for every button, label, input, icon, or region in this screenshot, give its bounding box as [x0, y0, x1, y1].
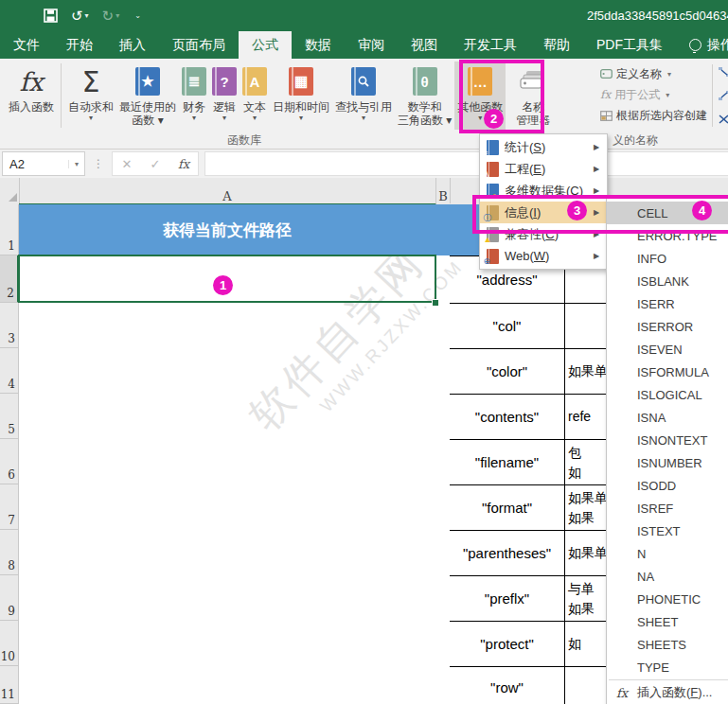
function-item-ISERROR[interactable]: ISERROR: [607, 315, 728, 338]
formula-input[interactable]: [204, 151, 728, 176]
tab-帮助[interactable]: 帮助: [530, 31, 583, 59]
menu-item-statistical[interactable]: ≈统计(S)▶: [480, 136, 607, 158]
row-header-4[interactable]: 4: [0, 348, 19, 394]
tag-icon: [600, 69, 613, 79]
row-header-9[interactable]: 9: [0, 575, 19, 621]
column-header-a[interactable]: A: [19, 178, 436, 205]
description-cell[interactable]: refe: [565, 395, 611, 439]
remove-arrows-icon[interactable]: [718, 114, 728, 126]
tab-数据[interactable]: 数据: [292, 31, 345, 59]
text-button[interactable]: A文本▾: [240, 62, 270, 130]
function-item-ISFORMULA[interactable]: ISFORMULA: [607, 361, 728, 383]
cancel-icon: ✕: [113, 157, 141, 171]
row-header-2[interactable]: 2: [0, 255, 19, 303]
info-type-cell[interactable]: "filename": [450, 440, 565, 484]
row-header-11[interactable]: 11: [0, 666, 19, 704]
tab-公式[interactable]: 公式: [239, 31, 292, 59]
function-item-NA[interactable]: NA: [607, 565, 728, 588]
description-cell[interactable]: 与单如果: [565, 576, 611, 621]
function-item-TYPE[interactable]: TYPE: [607, 656, 728, 678]
tab-label: 公式: [252, 37, 278, 54]
tab-文件[interactable]: 文件: [0, 31, 53, 59]
tab-视图[interactable]: 视图: [398, 31, 451, 59]
row-header-5[interactable]: 5: [0, 394, 19, 439]
description-cell[interactable]: 如果单如果: [565, 485, 611, 530]
create-from-selection-button[interactable]: 根据所选内容创建: [600, 105, 712, 126]
financial-button[interactable]: ≣财务▾: [179, 62, 209, 130]
row-header-7[interactable]: 7: [0, 484, 19, 530]
button-label: 日期和时间: [273, 100, 329, 114]
step-badge-3: 3: [567, 201, 587, 220]
function-item-PHONETIC[interactable]: PHONETIC: [607, 588, 728, 610]
recently-used-button[interactable]: ★最近使用的函数 ▾: [116, 62, 179, 130]
formula-bar: A2 ▾ ⋮ ✕ ✓ fx: [0, 150, 728, 179]
math-trig-button[interactable]: θ数学和三角函数 ▾: [395, 62, 454, 130]
menu-item-engineering[interactable]: Λ工程(E)▶: [480, 158, 607, 180]
function-item-ISNUMBER[interactable]: ISNUMBER: [607, 451, 728, 474]
menu-item-label: 工程(E): [505, 161, 594, 178]
info-type-cell[interactable]: "format": [450, 485, 565, 530]
function-item-ISERR[interactable]: ISERR: [607, 292, 728, 315]
name-box[interactable]: A2 ▾: [2, 151, 85, 176]
lookup-reference-button[interactable]: 查找与引用▾: [332, 62, 395, 130]
insert-function-menu-item[interactable]: fx插入函数(F)...: [607, 681, 728, 704]
description-cell[interactable]: [565, 304, 611, 348]
tab-审阅[interactable]: 审阅: [345, 31, 398, 59]
info-type-cell[interactable]: "color": [450, 349, 565, 394]
fill-handle[interactable]: [432, 299, 439, 307]
function-item-ISODD[interactable]: ISODD: [607, 474, 728, 497]
function-item-INFO[interactable]: INFO: [607, 247, 728, 270]
description-cell[interactable]: 如果单: [565, 531, 611, 575]
tab-PDF工具集[interactable]: PDF工具集: [583, 31, 676, 59]
trace-precedents-icon[interactable]: [718, 66, 728, 79]
tab-操作说明搜索[interactable]: 操作说明搜索: [676, 31, 728, 59]
function-item-N[interactable]: N: [607, 542, 728, 565]
function-item-SHEET[interactable]: SHEET: [607, 610, 728, 633]
info-type-cell[interactable]: "col": [450, 304, 565, 348]
function-item-ISTEXT[interactable]: ISTEXT: [607, 519, 728, 542]
description-fragment: 如果单: [568, 488, 608, 508]
info-type-cell[interactable]: "protect": [450, 622, 565, 666]
function-item-ISNONTEXT[interactable]: ISNONTEXT: [607, 429, 728, 451]
description-fragment: refe: [568, 407, 591, 427]
description-cell[interactable]: 如: [565, 622, 611, 666]
function-item-ISNA[interactable]: ISNA: [607, 406, 728, 429]
function-item-ISBLANK[interactable]: ISBLANK: [607, 270, 728, 292]
tab-开发工具[interactable]: 开发工具: [451, 31, 530, 59]
date-time-button[interactable]: ▦日期和时间▾: [270, 62, 332, 130]
row-header-8[interactable]: 8: [0, 530, 19, 575]
row-header-10[interactable]: 10: [0, 621, 19, 666]
description-cell[interactable]: [565, 667, 611, 704]
select-all-corner[interactable]: [0, 178, 20, 203]
logical-button[interactable]: ?逻辑▾: [209, 62, 240, 130]
define-name-button[interactable]: 定义名称 ▾: [600, 63, 712, 84]
row-header-1[interactable]: 1: [0, 204, 19, 255]
row-header-3[interactable]: 3: [0, 303, 19, 348]
tab-开始[interactable]: 开始: [53, 31, 106, 59]
description-fragment: 如果: [568, 508, 595, 528]
autosum-button[interactable]: Σ自动求和▾: [65, 62, 116, 130]
function-item-SHEETS[interactable]: SHEETS: [607, 633, 728, 656]
table-row: "protect"如: [450, 622, 611, 667]
step-badge-4: 4: [692, 201, 712, 220]
tab-页面布局[interactable]: 页面布局: [159, 31, 239, 59]
description-cell[interactable]: 如果单: [565, 349, 611, 394]
description-cell[interactable]: 包如: [565, 440, 611, 484]
row-header-6[interactable]: 6: [0, 439, 19, 484]
function-item-ISEVEN[interactable]: ISEVEN: [607, 338, 728, 361]
info-type-cell[interactable]: "contents": [450, 395, 565, 439]
tab-插入[interactable]: 插入: [106, 31, 159, 59]
insert-function-button[interactable]: fx插入函数: [6, 62, 57, 130]
function-item-ISREF[interactable]: ISREF: [607, 497, 728, 519]
trace-dependents-icon[interactable]: [718, 90, 728, 102]
autosum-icon: Σ: [82, 63, 100, 99]
function-item-ISLOGICAL[interactable]: ISLOGICAL: [607, 383, 728, 406]
name-box-caret-icon[interactable]: ▾: [68, 160, 84, 168]
table-row: "filename"包如: [450, 440, 611, 485]
info-type-cell[interactable]: "row": [450, 667, 565, 704]
insert-function-icon[interactable]: fx: [169, 157, 198, 171]
menu-item-web[interactable]: ⊕Web(W)▶: [480, 245, 607, 267]
info-type-cell[interactable]: "preflx": [450, 576, 565, 621]
column-header-b[interactable]: B: [436, 178, 451, 203]
info-type-cell[interactable]: "parentheses": [450, 531, 565, 575]
